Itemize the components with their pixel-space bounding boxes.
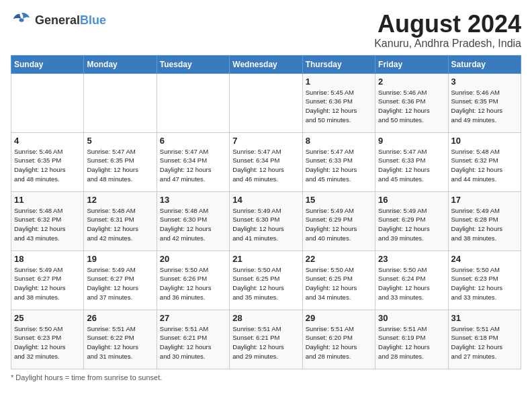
calendar-cell: 14Sunrise: 5:49 AM Sunset: 6:30 PM Dayli… [230,191,302,250]
day-info: Sunrise: 5:51 AM Sunset: 6:19 PM Dayligh… [378,324,445,361]
logo-text: GeneralBlue [35,13,106,28]
calendar-cell: 18Sunrise: 5:49 AM Sunset: 6:27 PM Dayli… [11,250,84,310]
calendar-cell: 6Sunrise: 5:47 AM Sunset: 6:34 PM Daylig… [157,132,229,191]
day-number: 3 [451,77,518,87]
day-info: Sunrise: 5:48 AM Sunset: 6:31 PM Dayligh… [87,206,153,243]
calendar-week-row: 25Sunrise: 5:50 AM Sunset: 6:23 PM Dayli… [11,310,521,369]
logo-general: General [35,13,80,27]
day-info: Sunrise: 5:49 AM Sunset: 6:30 PM Dayligh… [232,206,299,243]
day-info: Sunrise: 5:49 AM Sunset: 6:29 PM Dayligh… [378,206,445,243]
day-info: Sunrise: 5:50 AM Sunset: 6:24 PM Dayligh… [378,265,445,302]
day-info: Sunrise: 5:50 AM Sunset: 6:23 PM Dayligh… [451,265,518,302]
day-number: 6 [160,136,226,146]
day-number: 16 [378,195,445,205]
day-info: Sunrise: 5:47 AM Sunset: 6:35 PM Dayligh… [87,147,153,184]
calendar-cell: 27Sunrise: 5:51 AM Sunset: 6:21 PM Dayli… [157,310,229,369]
calendar-cell: 4Sunrise: 5:46 AM Sunset: 6:35 PM Daylig… [11,132,84,191]
calendar-cell: 29Sunrise: 5:51 AM Sunset: 6:20 PM Dayli… [302,310,375,369]
calendar-cell: 24Sunrise: 5:50 AM Sunset: 6:23 PM Dayli… [448,250,521,310]
day-info: Sunrise: 5:49 AM Sunset: 6:27 PM Dayligh… [87,265,153,302]
calendar-cell: 20Sunrise: 5:50 AM Sunset: 6:26 PM Dayli… [157,250,229,310]
day-number: 11 [14,195,81,205]
calendar-cell: 31Sunrise: 5:51 AM Sunset: 6:18 PM Dayli… [448,310,521,369]
day-number: 9 [378,136,445,146]
day-number: 25 [14,313,81,323]
footer-note: * Daylight hours = time from sunrise to … [11,373,521,381]
day-info: Sunrise: 5:47 AM Sunset: 6:33 PM Dayligh… [378,147,445,184]
calendar-week-row: 4Sunrise: 5:46 AM Sunset: 6:35 PM Daylig… [11,132,521,191]
day-info: Sunrise: 5:51 AM Sunset: 6:18 PM Dayligh… [451,324,518,361]
day-info: Sunrise: 5:49 AM Sunset: 6:28 PM Dayligh… [451,206,518,243]
day-number: 10 [451,136,518,146]
day-info: Sunrise: 5:45 AM Sunset: 6:36 PM Dayligh… [306,88,372,125]
day-info: Sunrise: 5:50 AM Sunset: 6:25 PM Dayligh… [306,265,372,302]
calendar-cell: 23Sunrise: 5:50 AM Sunset: 6:24 PM Dayli… [375,250,448,310]
svg-point-0 [19,18,24,21]
location-subtitle: Kanuru, Andhra Pradesh, India [374,38,521,50]
calendar-cell: 21Sunrise: 5:50 AM Sunset: 6:25 PM Dayli… [230,250,302,310]
logo: GeneralBlue [11,11,106,30]
day-number: 23 [378,254,445,264]
calendar-cell: 17Sunrise: 5:49 AM Sunset: 6:28 PM Dayli… [448,191,521,250]
calendar-cell [84,73,157,132]
calendar-cell: 16Sunrise: 5:49 AM Sunset: 6:29 PM Dayli… [375,191,448,250]
day-info: Sunrise: 5:46 AM Sunset: 6:35 PM Dayligh… [451,88,518,125]
logo-bird-icon [11,11,32,30]
logo-blue: Blue [80,13,106,27]
day-number: 24 [451,254,518,264]
calendar-week-row: 11Sunrise: 5:48 AM Sunset: 6:32 PM Dayli… [11,191,521,250]
day-number: 27 [160,313,226,323]
day-number: 7 [232,136,299,146]
day-number: 13 [160,195,226,205]
day-number: 22 [306,254,372,264]
day-info: Sunrise: 5:51 AM Sunset: 6:20 PM Dayligh… [306,324,372,361]
day-number: 14 [232,195,299,205]
day-number: 15 [306,195,372,205]
col-header-tuesday: Tuesday [157,55,229,73]
calendar-cell: 15Sunrise: 5:49 AM Sunset: 6:29 PM Dayli… [302,191,375,250]
day-info: Sunrise: 5:51 AM Sunset: 6:21 PM Dayligh… [232,324,299,361]
calendar-cell [157,73,229,132]
calendar-cell: 19Sunrise: 5:49 AM Sunset: 6:27 PM Dayli… [84,250,157,310]
calendar-cell: 11Sunrise: 5:48 AM Sunset: 6:32 PM Dayli… [11,191,84,250]
calendar-cell: 22Sunrise: 5:50 AM Sunset: 6:25 PM Dayli… [302,250,375,310]
day-number: 2 [378,77,445,87]
calendar-cell [230,73,302,132]
month-year-title: August 2024 [374,11,521,38]
header-row: SundayMondayTuesdayWednesdayThursdayFrid… [11,55,521,73]
day-number: 8 [306,136,372,146]
day-number: 28 [232,313,299,323]
calendar-cell: 9Sunrise: 5:47 AM Sunset: 6:33 PM Daylig… [375,132,448,191]
day-info: Sunrise: 5:46 AM Sunset: 6:35 PM Dayligh… [14,147,81,184]
col-header-thursday: Thursday [302,55,375,73]
calendar-cell: 30Sunrise: 5:51 AM Sunset: 6:19 PM Dayli… [375,310,448,369]
day-info: Sunrise: 5:51 AM Sunset: 6:21 PM Dayligh… [160,324,226,361]
calendar-cell: 25Sunrise: 5:50 AM Sunset: 6:23 PM Dayli… [11,310,84,369]
day-info: Sunrise: 5:50 AM Sunset: 6:25 PM Dayligh… [232,265,299,302]
col-header-saturday: Saturday [448,55,521,73]
calendar-cell: 1Sunrise: 5:45 AM Sunset: 6:36 PM Daylig… [302,73,375,132]
title-block: August 2024 Kanuru, Andhra Pradesh, Indi… [374,11,521,50]
page-header: GeneralBlue August 2024 Kanuru, Andhra P… [11,11,521,50]
day-info: Sunrise: 5:47 AM Sunset: 6:34 PM Dayligh… [160,147,226,184]
day-number: 30 [378,313,445,323]
day-number: 26 [87,313,153,323]
col-header-friday: Friday [375,55,448,73]
col-header-wednesday: Wednesday [230,55,302,73]
footer-note-text: Daylight hours [15,373,62,381]
calendar-header: SundayMondayTuesdayWednesdayThursdayFrid… [11,55,521,73]
col-header-sunday: Sunday [11,55,84,73]
calendar-week-row: 18Sunrise: 5:49 AM Sunset: 6:27 PM Dayli… [11,250,521,310]
calendar-cell: 3Sunrise: 5:46 AM Sunset: 6:35 PM Daylig… [448,73,521,132]
calendar-cell: 26Sunrise: 5:51 AM Sunset: 6:22 PM Dayli… [84,310,157,369]
calendar-body: 1Sunrise: 5:45 AM Sunset: 6:36 PM Daylig… [11,73,521,369]
col-header-monday: Monday [84,55,157,73]
day-number: 12 [87,195,153,205]
day-number: 20 [160,254,226,264]
day-info: Sunrise: 5:47 AM Sunset: 6:33 PM Dayligh… [306,147,372,184]
calendar-table: SundayMondayTuesdayWednesdayThursdayFrid… [11,55,521,369]
day-number: 5 [87,136,153,146]
day-number: 1 [306,77,372,87]
day-number: 18 [14,254,81,264]
day-number: 19 [87,254,153,264]
